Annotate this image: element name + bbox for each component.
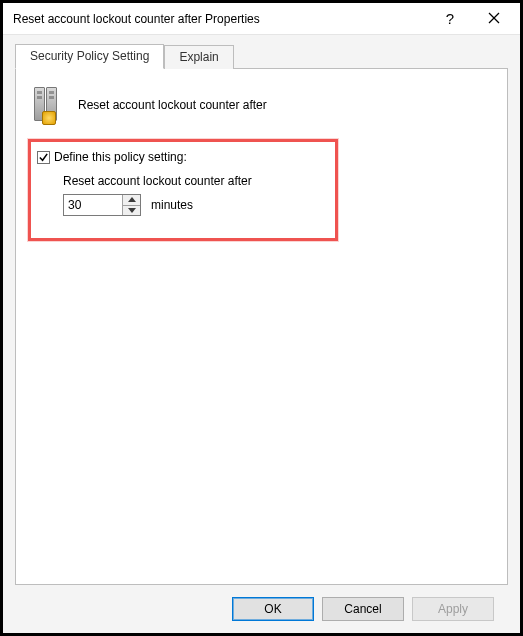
policy-value-label: Reset account lockout counter after <box>63 174 325 188</box>
tab-strip: Security Policy Setting Explain <box>15 43 508 68</box>
svg-marker-3 <box>128 208 136 213</box>
policy-header: Reset account lockout counter after <box>28 81 495 139</box>
tab-security-policy-setting[interactable]: Security Policy Setting <box>15 44 164 69</box>
spinner-up-button[interactable] <box>123 195 140 206</box>
dialog-button-row: OK Cancel Apply <box>15 585 508 633</box>
ok-button[interactable]: OK <box>232 597 314 621</box>
help-icon: ? <box>446 10 454 27</box>
define-policy-row: Define this policy setting: <box>37 150 325 164</box>
title-bar: Reset account lockout counter after Prop… <box>3 3 520 35</box>
minutes-input[interactable] <box>64 195 122 215</box>
help-button[interactable]: ? <box>428 4 472 34</box>
policy-value-group: Reset account lockout counter after <box>63 174 325 216</box>
client-area: Security Policy Setting Explain Reset ac… <box>3 35 520 633</box>
cancel-button[interactable]: Cancel <box>322 597 404 621</box>
close-button[interactable] <box>472 4 516 34</box>
spinner-down-button[interactable] <box>123 206 140 216</box>
svg-marker-2 <box>128 197 136 202</box>
apply-button[interactable]: Apply <box>412 597 494 621</box>
close-icon <box>488 11 500 27</box>
spinner-buttons <box>122 195 140 215</box>
dialog-window: Reset account lockout counter after Prop… <box>0 0 523 636</box>
policy-icon <box>32 85 64 125</box>
define-policy-checkbox[interactable] <box>37 151 50 164</box>
check-icon <box>38 152 49 163</box>
tab-panel: Reset account lockout counter after Defi… <box>15 68 508 585</box>
units-label: minutes <box>151 198 193 212</box>
spinner-row: minutes <box>63 194 325 216</box>
window-title: Reset account lockout counter after Prop… <box>13 12 428 26</box>
policy-name-label: Reset account lockout counter after <box>78 98 267 112</box>
tab-explain[interactable]: Explain <box>164 45 233 69</box>
chevron-down-icon <box>128 208 136 213</box>
define-policy-label: Define this policy setting: <box>54 150 187 164</box>
define-policy-group: Define this policy setting: Reset accoun… <box>28 139 338 241</box>
minutes-spinner <box>63 194 141 216</box>
chevron-up-icon <box>128 197 136 202</box>
